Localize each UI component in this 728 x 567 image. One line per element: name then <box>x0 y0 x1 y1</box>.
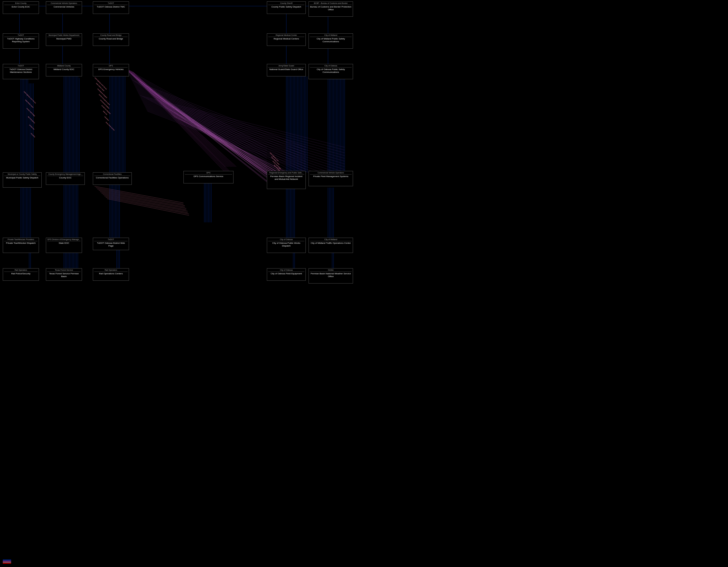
svg-line-202 <box>137 91 306 175</box>
svg-line-164 <box>103 195 188 211</box>
svg-line-216 <box>145 107 345 175</box>
svg-line-188 <box>130 76 267 164</box>
svg-line-48 <box>172 115 290 174</box>
svg-line-28 <box>145 88 277 179</box>
svg-line-160 <box>97 189 185 206</box>
svg-line-209 <box>141 99 345 156</box>
svg-line-31 <box>149 92 278 172</box>
svg-line-37 <box>157 100 282 181</box>
svg-text:state eoc: state eoc <box>103 110 108 115</box>
svg-line-215 <box>145 106 345 172</box>
municipal-ps-dispatch-node: Municipal or County Public Safety Munici… <box>3 172 42 188</box>
svg-line-180 <box>133 72 235 167</box>
svg-line-214 <box>144 105 345 170</box>
svg-line-27 <box>143 86 275 178</box>
texas-forest-node: Texas Forest Service Texas Forest Servic… <box>46 268 82 281</box>
svg-line-41 <box>163 106 285 174</box>
svg-line-163 <box>101 193 186 210</box>
txdot-web-page-node: TxDOT TxDOT Odessa District Web Page <box>93 238 129 250</box>
svg-line-170 <box>127 69 228 172</box>
svg-line-185 <box>128 72 267 156</box>
svg-text:municipal ps dispatch: municipal ps dispatch <box>97 88 108 98</box>
svg-line-19 <box>132 75 270 175</box>
svg-line-38 <box>158 101 284 182</box>
legend-item-2 <box>3 561 13 561</box>
svg-text:private tow: private tow <box>29 124 35 130</box>
svg-line-172 <box>128 69 231 172</box>
midland-county-eoc-node: Midland County Midland County EOC <box>46 64 82 76</box>
svg-line-218 <box>146 109 345 181</box>
svg-line-169 <box>127 69 227 172</box>
svg-line-158 <box>95 186 183 203</box>
legend-color-4 <box>3 563 11 564</box>
rail-police-node: Rail Operators Rail Police/Security <box>3 268 39 281</box>
svg-text:txdot highway cond rep sys: txdot highway cond rep sys <box>23 91 36 104</box>
svg-line-46 <box>170 113 289 181</box>
svg-text:txdot highway cond rep sys: txdot highway cond rep sys <box>94 77 107 90</box>
regional-emergency-node: Regional Emergency and Public Safe... Pe… <box>267 171 306 189</box>
diagram-container: txdot highway cond rep sys txdot distric… <box>0 0 728 567</box>
svg-line-23 <box>138 81 272 181</box>
svg-line-16 <box>128 71 267 181</box>
svg-line-211 <box>142 101 345 161</box>
svg-line-166 <box>106 197 189 214</box>
city-odessa-safety-node: City of Odessa City of Odessa Public Saf… <box>309 64 353 79</box>
svg-text:txdot district maint: txdot district maint <box>25 99 34 108</box>
svg-line-18 <box>131 74 270 183</box>
svg-line-20 <box>133 76 271 176</box>
svg-line-34 <box>153 96 281 176</box>
svg-line-184 <box>127 71 267 153</box>
svg-line-195 <box>133 83 306 156</box>
svg-line-183 <box>127 70 267 150</box>
legend-color-1 <box>3 560 11 560</box>
svg-line-217 <box>146 108 345 178</box>
svg-line-178 <box>132 71 232 167</box>
svg-line-29 <box>146 89 277 181</box>
county-sheriff-node: County Sheriff County Public Safety Disp… <box>267 1 306 14</box>
svg-line-177 <box>131 71 231 167</box>
svg-text:correctional facilities: correctional facilities <box>100 99 110 109</box>
legend-item-3 <box>3 562 13 563</box>
svg-line-212 <box>143 102 345 164</box>
svg-line-213 <box>143 103 345 167</box>
army-guard-node: Army/State Guard National Guard/State Gu… <box>267 64 306 76</box>
svg-line-45 <box>168 111 288 179</box>
svg-line-17 <box>129 72 267 182</box>
svg-text:rail police: rail police <box>30 132 36 138</box>
svg-line-181 <box>133 72 236 167</box>
svg-line-49 <box>174 117 292 175</box>
svg-text:private tow dispatch: private tow dispatch <box>101 105 111 115</box>
svg-line-42 <box>164 107 286 175</box>
city-odessa-pw-node: City of Odessa City of Odessa Public Wor… <box>267 238 306 253</box>
svg-line-189 <box>130 77 267 167</box>
legend-color-3 <box>3 562 11 563</box>
svg-line-193 <box>132 81 306 150</box>
svg-line-208 <box>141 98 345 153</box>
svg-line-203 <box>138 92 306 178</box>
svg-line-206 <box>140 96 345 147</box>
svg-text:txdot district maint: txdot district maint <box>96 82 105 91</box>
commercial-fleet-node: Commercial Vehicle Operators Private Fle… <box>309 171 353 186</box>
svg-line-171 <box>128 69 229 172</box>
svg-line-179 <box>132 72 233 167</box>
state-eoc-node: DPS Division of Emergency Manage... Stat… <box>46 238 82 253</box>
svg-line-25 <box>140 83 274 175</box>
svg-line-167 <box>107 199 189 215</box>
svg-line-186 <box>128 73 267 158</box>
svg-text:dps emergency: dps emergency <box>28 116 36 124</box>
svg-line-32 <box>150 93 279 174</box>
svg-line-21 <box>135 78 271 178</box>
svg-line-44 <box>167 110 288 178</box>
rail-operations-node: Rail Operators Rail Operations Centers <box>93 268 129 281</box>
svg-text:county emergency mgmt: county emergency mgmt <box>98 93 110 105</box>
dps-emergency-node: DPS DPS Emergency Vehicles <box>93 64 129 76</box>
svg-line-43 <box>165 108 286 176</box>
svg-line-36 <box>156 99 282 179</box>
svg-line-194 <box>133 82 306 153</box>
svg-line-190 <box>131 78 267 170</box>
svg-line-207 <box>140 97 345 150</box>
ector-county-node: Ector County Ector County EOC <box>3 1 39 14</box>
svg-line-26 <box>142 85 275 176</box>
svg-line-200 <box>136 89 306 170</box>
svg-line-30 <box>147 90 278 182</box>
